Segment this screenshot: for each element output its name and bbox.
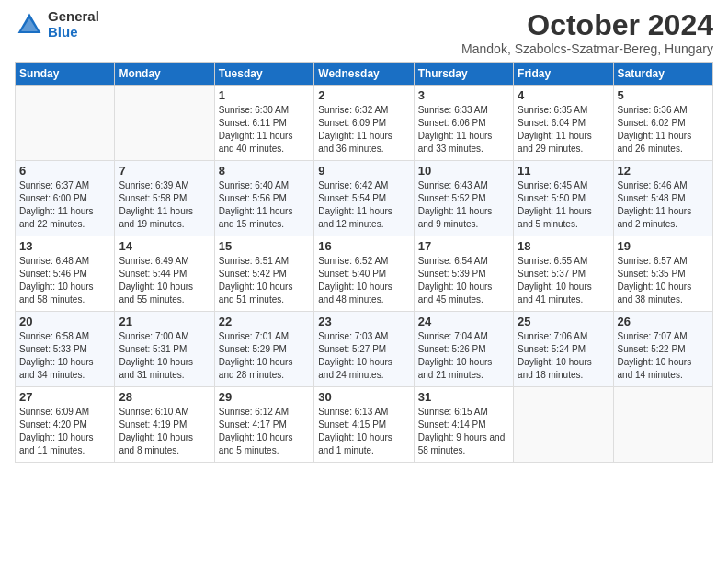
day-number: 5 [618,88,709,102]
weekday-header-saturday: Saturday [613,63,712,86]
day-number: 30 [318,390,409,404]
cell-info: Sunrise: 6:48 AM Sunset: 5:46 PM Dayligh… [19,255,110,306]
cell-info: Sunrise: 6:15 AM Sunset: 4:14 PM Dayligh… [418,406,509,457]
cell-info: Sunrise: 6:58 AM Sunset: 5:33 PM Dayligh… [19,330,110,382]
cell-info: Sunrise: 6:51 AM Sunset: 5:42 PM Dayligh… [219,255,310,306]
weekday-header-thursday: Thursday [414,63,513,86]
weekday-header-row: SundayMondayTuesdayWednesdayThursdayFrid… [16,63,713,86]
calendar-cell: 22Sunrise: 7:01 AM Sunset: 5:29 PM Dayli… [214,312,313,387]
cell-info: Sunrise: 6:36 AM Sunset: 6:02 PM Dayligh… [618,104,709,155]
calendar-cell: 29Sunrise: 6:12 AM Sunset: 4:17 PM Dayli… [214,387,313,463]
calendar-cell [613,387,712,463]
calendar-cell: 7Sunrise: 6:39 AM Sunset: 5:58 PM Daylig… [115,161,214,236]
cell-info: Sunrise: 6:32 AM Sunset: 6:09 PM Dayligh… [318,104,409,155]
calendar-cell: 2Sunrise: 6:32 AM Sunset: 6:09 PM Daylig… [314,86,414,161]
cell-info: Sunrise: 7:00 AM Sunset: 5:31 PM Dayligh… [119,330,210,382]
header: General Blue October 2024 Mandok, Szabol… [15,9,713,56]
calendar-cell: 15Sunrise: 6:51 AM Sunset: 5:42 PM Dayli… [214,236,313,312]
calendar-cell: 5Sunrise: 6:36 AM Sunset: 6:02 PM Daylig… [613,86,712,161]
day-number: 3 [418,88,509,102]
day-number: 27 [19,390,110,404]
cell-info: Sunrise: 6:42 AM Sunset: 5:54 PM Dayligh… [318,179,409,231]
week-row-2: 6Sunrise: 6:37 AM Sunset: 6:00 PM Daylig… [16,161,713,236]
day-number: 15 [219,239,310,253]
calendar-cell: 11Sunrise: 6:45 AM Sunset: 5:50 PM Dayli… [514,161,613,236]
weekday-header-sunday: Sunday [16,63,115,86]
calendar-cell: 23Sunrise: 7:03 AM Sunset: 5:27 PM Dayli… [314,312,414,387]
cell-info: Sunrise: 6:52 AM Sunset: 5:40 PM Dayligh… [318,255,409,306]
day-number: 22 [219,315,310,328]
logo: General Blue [15,9,99,40]
calendar-cell [514,387,613,463]
calendar-cell: 1Sunrise: 6:30 AM Sunset: 6:11 PM Daylig… [214,86,313,161]
cell-info: Sunrise: 6:35 AM Sunset: 6:04 PM Dayligh… [518,104,609,155]
week-row-4: 20Sunrise: 6:58 AM Sunset: 5:33 PM Dayli… [16,312,713,387]
calendar-cell: 25Sunrise: 7:06 AM Sunset: 5:24 PM Dayli… [514,312,613,387]
calendar-cell: 21Sunrise: 7:00 AM Sunset: 5:31 PM Dayli… [115,312,214,387]
day-number: 11 [518,164,609,178]
cell-info: Sunrise: 6:45 AM Sunset: 5:50 PM Dayligh… [518,179,609,231]
day-number: 12 [618,164,709,178]
day-number: 16 [318,239,409,253]
day-number: 9 [318,164,409,178]
day-number: 31 [418,390,509,404]
day-number: 28 [119,390,210,404]
cell-info: Sunrise: 6:55 AM Sunset: 5:37 PM Dayligh… [518,255,609,306]
month-title: October 2024 [461,9,713,41]
weekday-header-monday: Monday [115,63,214,86]
day-number: 29 [219,390,310,404]
calendar-cell: 28Sunrise: 6:10 AM Sunset: 4:19 PM Dayli… [115,387,214,463]
cell-info: Sunrise: 6:12 AM Sunset: 4:17 PM Dayligh… [219,406,310,457]
logo-text: General Blue [48,9,99,40]
cell-info: Sunrise: 6:43 AM Sunset: 5:52 PM Dayligh… [418,179,509,231]
calendar-cell: 19Sunrise: 6:57 AM Sunset: 5:35 PM Dayli… [613,236,712,312]
cell-info: Sunrise: 6:54 AM Sunset: 5:39 PM Dayligh… [418,255,509,306]
calendar-cell: 26Sunrise: 7:07 AM Sunset: 5:22 PM Dayli… [613,312,712,387]
calendar-cell: 12Sunrise: 6:46 AM Sunset: 5:48 PM Dayli… [613,161,712,236]
day-number: 18 [518,239,609,253]
day-number: 20 [19,315,110,328]
cell-info: Sunrise: 6:09 AM Sunset: 4:20 PM Dayligh… [19,406,110,457]
title-block: October 2024 Mandok, Szabolcs-Szatmar-Be… [461,9,713,56]
calendar-cell: 14Sunrise: 6:49 AM Sunset: 5:44 PM Dayli… [115,236,214,312]
logo-icon [15,10,44,40]
calendar-cell: 20Sunrise: 6:58 AM Sunset: 5:33 PM Dayli… [16,312,115,387]
calendar-cell [115,86,214,161]
weekday-header-friday: Friday [514,63,613,86]
calendar-cell: 16Sunrise: 6:52 AM Sunset: 5:40 PM Dayli… [314,236,414,312]
page: General Blue October 2024 Mandok, Szabol… [0,0,728,472]
calendar-table: SundayMondayTuesdayWednesdayThursdayFrid… [15,62,713,463]
calendar-cell: 4Sunrise: 6:35 AM Sunset: 6:04 PM Daylig… [514,86,613,161]
calendar-cell: 17Sunrise: 6:54 AM Sunset: 5:39 PM Dayli… [414,236,513,312]
cell-info: Sunrise: 6:10 AM Sunset: 4:19 PM Dayligh… [119,406,210,457]
calendar-cell: 10Sunrise: 6:43 AM Sunset: 5:52 PM Dayli… [414,161,513,236]
cell-info: Sunrise: 6:33 AM Sunset: 6:06 PM Dayligh… [418,104,509,155]
cell-info: Sunrise: 7:01 AM Sunset: 5:29 PM Dayligh… [219,330,310,382]
logo-blue: Blue [48,25,99,40]
day-number: 10 [418,164,509,178]
day-number: 24 [418,315,509,328]
weekday-header-tuesday: Tuesday [214,63,313,86]
day-number: 21 [119,315,210,328]
cell-info: Sunrise: 7:06 AM Sunset: 5:24 PM Dayligh… [518,330,609,382]
calendar-cell [16,86,115,161]
calendar-cell: 9Sunrise: 6:42 AM Sunset: 5:54 PM Daylig… [314,161,414,236]
calendar-cell: 18Sunrise: 6:55 AM Sunset: 5:37 PM Dayli… [514,236,613,312]
day-number: 17 [418,239,509,253]
day-number: 13 [19,239,110,253]
cell-info: Sunrise: 7:04 AM Sunset: 5:26 PM Dayligh… [418,330,509,382]
calendar-cell: 24Sunrise: 7:04 AM Sunset: 5:26 PM Dayli… [414,312,513,387]
calendar-cell: 27Sunrise: 6:09 AM Sunset: 4:20 PM Dayli… [16,387,115,463]
cell-info: Sunrise: 6:37 AM Sunset: 6:00 PM Dayligh… [19,179,110,231]
cell-info: Sunrise: 6:39 AM Sunset: 5:58 PM Dayligh… [119,179,210,231]
cell-info: Sunrise: 6:49 AM Sunset: 5:44 PM Dayligh… [119,255,210,306]
calendar-cell: 3Sunrise: 6:33 AM Sunset: 6:06 PM Daylig… [414,86,513,161]
day-number: 19 [618,239,709,253]
day-number: 14 [119,239,210,253]
day-number: 26 [618,315,709,328]
week-row-5: 27Sunrise: 6:09 AM Sunset: 4:20 PM Dayli… [16,387,713,463]
cell-info: Sunrise: 6:57 AM Sunset: 5:35 PM Dayligh… [618,255,709,306]
day-number: 1 [219,88,310,102]
week-row-1: 1Sunrise: 6:30 AM Sunset: 6:11 PM Daylig… [16,86,713,161]
week-row-3: 13Sunrise: 6:48 AM Sunset: 5:46 PM Dayli… [16,236,713,312]
